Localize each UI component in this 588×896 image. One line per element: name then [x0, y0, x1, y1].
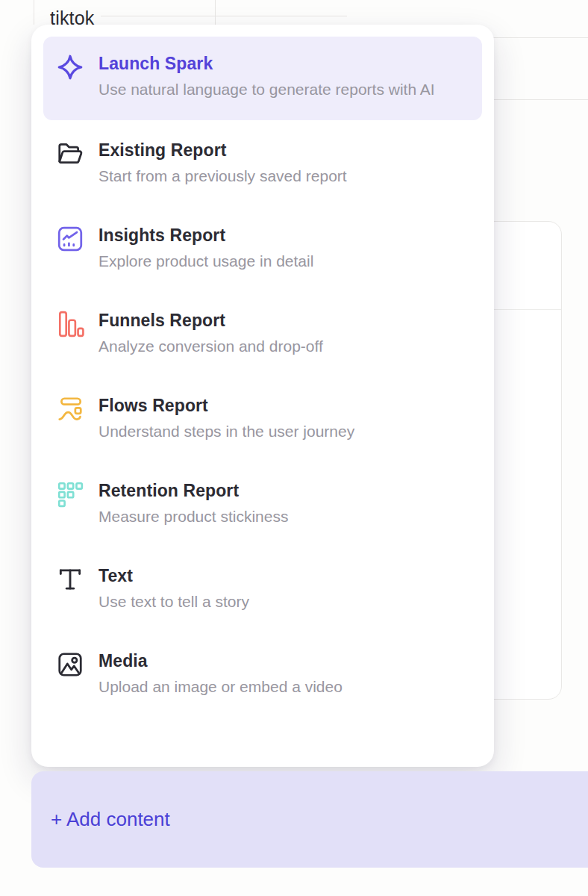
- menu-item-text[interactable]: Text Use text to tell a story: [43, 549, 482, 629]
- media-image-icon: [56, 650, 84, 679]
- folder-icon: [56, 140, 84, 168]
- menu-item-title: Insights Report: [98, 224, 313, 246]
- menu-item-title: Launch Spark: [98, 52, 435, 75]
- menu-item-flows-report[interactable]: Flows Report Understand steps in the use…: [43, 379, 482, 459]
- menu-item-title: Text: [98, 564, 249, 587]
- add-content-label: + Add content: [51, 808, 170, 831]
- table-row-divider: [101, 16, 347, 16]
- menu-item-title: Existing Report: [98, 139, 347, 161]
- menu-item-title: Funnels Report: [98, 309, 323, 332]
- menu-item-title: Retention Report: [98, 479, 288, 502]
- menu-item-subtitle: Start from a previously saved report: [98, 164, 347, 188]
- spark-icon: [56, 53, 84, 81]
- insights-chart-icon: [56, 225, 84, 253]
- menu-item-subtitle: Analyze conversion and drop-off: [98, 335, 323, 358]
- add-content-menu: Launch Spark Use natural language to gen…: [31, 25, 494, 767]
- menu-item-existing-report[interactable]: Existing Report Start from a previously …: [43, 123, 482, 204]
- menu-item-media[interactable]: Media Upload an image or embed a video: [43, 634, 482, 715]
- menu-item-launch-spark[interactable]: Launch Spark Use natural language to gen…: [43, 37, 482, 120]
- table-column-divider: [34, 0, 34, 25]
- retention-grid-icon: [56, 480, 84, 508]
- menu-item-subtitle: Measure product stickiness: [98, 505, 288, 529]
- menu-item-funnels-report[interactable]: Funnels Report Analyze conversion and dr…: [43, 293, 482, 374]
- panel-divider: [494, 99, 588, 100]
- menu-item-title: Media: [98, 650, 343, 672]
- menu-item-retention-report[interactable]: Retention Report Measure product stickin…: [43, 464, 482, 544]
- menu-item-subtitle: Use text to tell a story: [98, 590, 249, 614]
- flows-icon: [56, 395, 84, 423]
- funnel-bars-icon: [56, 310, 84, 338]
- menu-item-insights-report[interactable]: Insights Report Explore product usage in…: [43, 208, 482, 289]
- add-content-button[interactable]: + Add content: [31, 771, 588, 868]
- text-icon: [56, 565, 84, 594]
- menu-item-subtitle: Use natural language to generate reports…: [98, 78, 435, 102]
- menu-item-subtitle: Understand steps in the user journey: [98, 420, 354, 444]
- menu-item-subtitle: Upload an image or embed a video: [98, 675, 343, 699]
- menu-item-subtitle: Explore product usage in detail: [98, 249, 313, 273]
- menu-item-title: Flows Report: [98, 394, 354, 417]
